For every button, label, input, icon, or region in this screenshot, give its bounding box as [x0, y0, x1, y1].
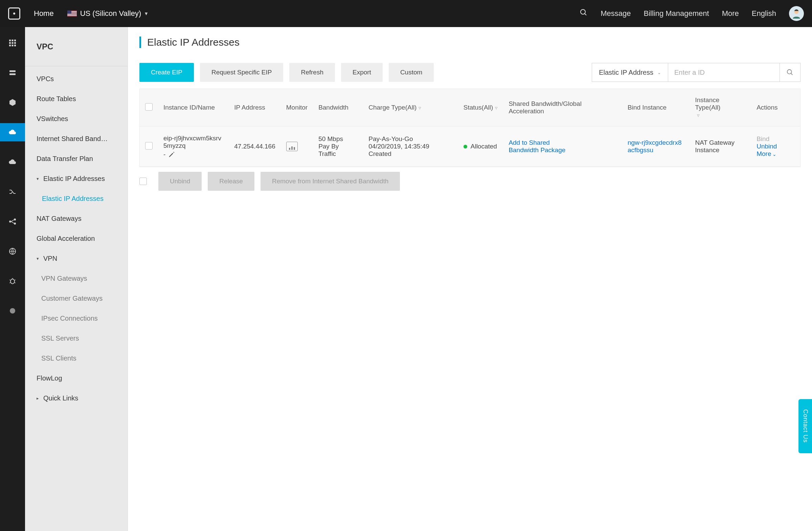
col-status[interactable]: Status(All)▿ — [458, 89, 504, 127]
nav-billing[interactable]: Billing Management — [643, 9, 709, 18]
search-group: Elastic IP Address ⌄ — [592, 63, 800, 82]
col-shared: Shared Bandwidth/Global Acceleration — [503, 89, 622, 127]
sidebar-item-ipsec[interactable]: IPsec Connections — [25, 308, 128, 328]
nav-language[interactable]: English — [752, 9, 776, 18]
avatar[interactable] — [789, 6, 804, 21]
create-eip-button[interactable]: Create EIP — [140, 63, 194, 82]
svg-rect-13 — [10, 73, 16, 75]
col-bandwidth: Bandwidth — [313, 89, 363, 127]
filter-icon: ▿ — [495, 105, 498, 110]
sidebar-list: VPCs Route Tables VSwitches Internet Sha… — [25, 66, 128, 408]
sidebar-item-eip[interactable]: Elastic IP Addresses — [25, 189, 128, 209]
col-inst-type[interactable]: Instance Type(All)▿ — [690, 89, 751, 127]
rail-cloud-upload-icon[interactable] — [0, 123, 25, 142]
action-unbind[interactable]: Unbind — [756, 143, 777, 150]
sidebar-item-vpcs[interactable]: VPCs — [25, 69, 128, 89]
bulk-select-checkbox[interactable] — [140, 178, 147, 185]
svg-point-20 — [787, 70, 792, 74]
export-button[interactable]: Export — [341, 63, 383, 82]
edit-icon[interactable] — [168, 151, 175, 158]
cell-status: Allocated — [470, 143, 497, 150]
sidebar-item-data-transfer[interactable]: Data Transfer Plan — [25, 149, 128, 169]
sidebar-title: VPC — [25, 27, 128, 66]
search-icon[interactable] — [580, 9, 588, 19]
contact-us-tab[interactable]: Contact Us — [798, 399, 812, 453]
refresh-button[interactable]: Refresh — [289, 63, 335, 82]
svg-point-0 — [581, 10, 585, 14]
svg-point-19 — [10, 308, 15, 313]
sidebar-item-nat[interactable]: NAT Gateways — [25, 209, 128, 228]
chevron-down-icon: ⌄ — [657, 70, 661, 75]
row-checkbox[interactable] — [145, 142, 153, 149]
brand-logo[interactable] — [8, 8, 20, 20]
sidebar-item-vswitches[interactable]: VSwitches — [25, 109, 128, 129]
chevron-down-icon: ⌄ — [772, 151, 777, 157]
sidebar-group-quick-links[interactable]: ▸Quick Links — [25, 388, 128, 408]
sidebar-group-vpn-label: VPN — [43, 255, 57, 263]
rail-bug-icon[interactable] — [0, 272, 25, 290]
svg-rect-10 — [12, 45, 14, 46]
rail-circle-icon[interactable] — [0, 302, 25, 320]
svg-rect-12 — [10, 70, 16, 72]
search-input[interactable] — [668, 63, 780, 82]
sidebar-item-customer-gateways[interactable]: Customer Gateways — [25, 289, 128, 308]
svg-rect-8 — [14, 42, 16, 44]
svg-line-21 — [791, 73, 793, 75]
sidebar: VPC VPCs Route Tables VSwitches Internet… — [25, 27, 128, 531]
instance-name: - — [163, 151, 165, 158]
rail-cloud-icon[interactable] — [0, 153, 25, 171]
home-link[interactable]: Home — [34, 9, 54, 18]
rail-server-icon[interactable] — [0, 63, 25, 82]
header-right: Message Billing Management More English — [580, 6, 804, 21]
bind-instance-link[interactable]: ngw-rj9xcgdecdrx8acfbgssu — [628, 139, 684, 154]
sidebar-item-vpn-gateways[interactable]: VPN Gateways — [25, 268, 128, 289]
toolbar: Create EIP Request Specific EIP Refresh … — [128, 54, 812, 85]
request-eip-button[interactable]: Request Specific EIP — [200, 63, 283, 82]
sidebar-item-ssl-clients[interactable]: SSL Clients — [25, 348, 128, 368]
top-header: Home US (Silicon Valley) ▼ Message Billi… — [0, 0, 812, 27]
sidebar-item-internet-shared[interactable]: Internet Shared Band… — [25, 129, 128, 149]
nav-more[interactable]: More — [722, 9, 739, 18]
svg-rect-4 — [12, 40, 14, 41]
sidebar-item-ssl-servers[interactable]: SSL Servers — [25, 328, 128, 348]
action-bind: Bind — [756, 135, 769, 143]
sidebar-item-route-tables[interactable]: Route Tables — [25, 89, 128, 109]
custom-button[interactable]: Custom — [389, 63, 434, 82]
sidebar-group-quick-links-label: Quick Links — [43, 394, 78, 402]
sidebar-item-flowlog[interactable]: FlowLog — [25, 368, 128, 388]
table-row: eip-rj9jhvxcwm5ksrv5myzzq - 47.254.44.16… — [140, 127, 800, 167]
region-selector[interactable]: US (Silicon Valley) ▼ — [67, 9, 148, 18]
filter-field-select[interactable]: Elastic IP Address ⌄ — [592, 63, 668, 82]
select-all-checkbox[interactable] — [145, 103, 153, 110]
svg-point-15 — [14, 219, 16, 221]
rail-globe-icon[interactable] — [0, 242, 25, 261]
svg-point-18 — [11, 279, 15, 284]
sidebar-group-vpn[interactable]: ▾VPN — [25, 249, 128, 268]
col-ip: IP Address — [229, 89, 281, 127]
svg-rect-11 — [14, 45, 16, 46]
svg-rect-3 — [9, 40, 11, 41]
rail-nodes-icon[interactable] — [0, 212, 25, 231]
col-charge[interactable]: Charge Type(All)▿ — [363, 89, 458, 127]
chevron-down-icon: ▼ — [144, 11, 148, 16]
svg-rect-5 — [14, 40, 16, 41]
monitor-icon[interactable] — [286, 142, 298, 151]
sidebar-group-eip[interactable]: ▾Elastic IP Addresses — [25, 169, 128, 189]
main-content: Elastic IP Addresses Create EIP Request … — [128, 27, 812, 531]
cell-charge-created: 04/20/2019, 14:35:49 Created — [368, 143, 453, 158]
svg-line-1 — [585, 14, 586, 15]
rail-grid-icon[interactable] — [0, 34, 25, 52]
rail-shuffle-icon[interactable] — [0, 183, 25, 201]
add-shared-bandwidth-link[interactable]: Add to Shared Bandwidth Package — [508, 139, 566, 154]
sidebar-group-eip-label: Elastic IP Addresses — [43, 175, 105, 183]
bulk-unbind-button: Unbind — [158, 172, 202, 191]
search-button[interactable] — [780, 63, 800, 82]
nav-message[interactable]: Message — [600, 9, 630, 18]
filter-icon: ▿ — [697, 112, 700, 118]
rail-cube-icon[interactable] — [0, 93, 25, 112]
cell-charge-type: Pay-As-You-Go — [368, 135, 453, 143]
action-more[interactable]: More⌄ — [756, 150, 777, 157]
svg-rect-9 — [9, 45, 11, 46]
sidebar-item-global-accel[interactable]: Global Acceleration — [25, 228, 128, 249]
bulk-actions: Unbind Release Remove from Internet Shar… — [140, 172, 800, 191]
